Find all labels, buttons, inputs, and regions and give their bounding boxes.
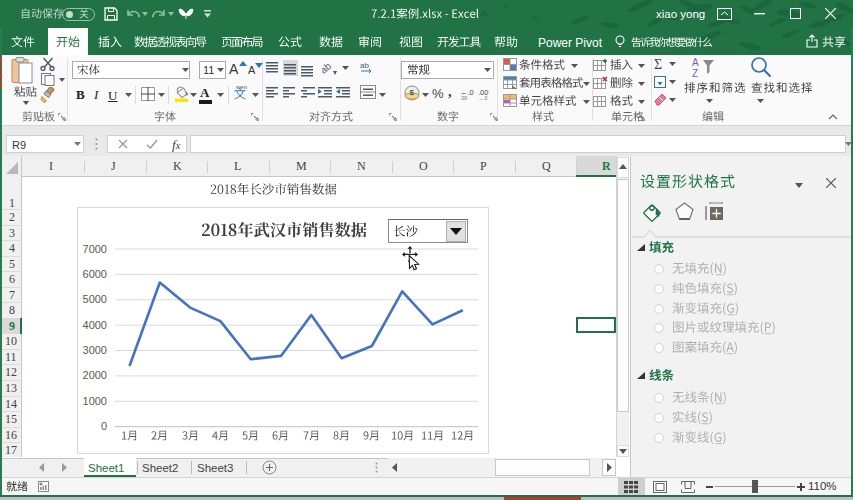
svg-text:→.0: →.0 [478,95,487,100]
svg-text:.00: .00 [460,95,467,100]
svg-text:Σ: Σ [654,57,662,70]
svg-text:Z: Z [692,68,698,78]
svg-text:A: A [692,57,699,68]
svg-text:$: $ [410,88,415,97]
svg-text:ab: ab [322,61,334,75]
svg-text:ab: ab [360,61,369,70]
